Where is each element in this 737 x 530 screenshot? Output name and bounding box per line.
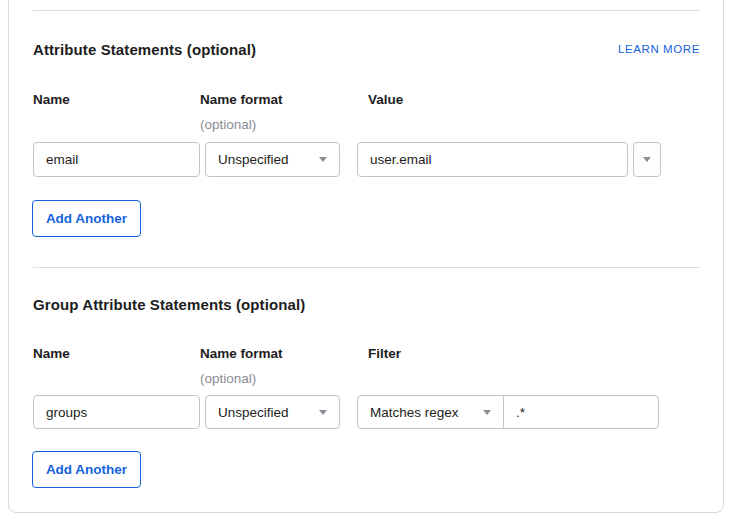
attr-name-format-selected-value: Unspecified: [218, 152, 289, 167]
group-filter-column-header: Filter: [368, 346, 401, 361]
attr-value-input[interactable]: [357, 142, 628, 177]
group-filter-type-select[interactable]: Matches regex: [357, 395, 504, 429]
chevron-down-icon: [643, 157, 651, 162]
attr-name-format-optional-hint: (optional): [200, 117, 256, 132]
group-add-another-button[interactable]: Add Another: [32, 451, 141, 488]
group-filter-value-input[interactable]: [503, 395, 659, 429]
chevron-down-icon: [319, 157, 327, 162]
attr-add-another-button[interactable]: Add Another: [32, 200, 141, 237]
group-name-column-header: Name: [33, 346, 70, 361]
attr-name-format-column-header: Name format: [200, 92, 283, 107]
group-name-format-select[interactable]: Unspecified: [205, 395, 340, 429]
group-filter-type-selected-value: Matches regex: [370, 405, 459, 420]
chevron-down-icon: [483, 410, 491, 415]
attr-value-dropdown-button[interactable]: [633, 142, 661, 177]
attr-name-column-header: Name: [33, 92, 70, 107]
saml-settings-page: Attribute Statements (optional) LEARN MO…: [0, 0, 737, 530]
attr-name-format-select[interactable]: Unspecified: [205, 142, 340, 177]
attribute-statements-title: Attribute Statements (optional): [33, 41, 256, 58]
section-divider: [33, 267, 700, 268]
group-name-format-optional-hint: (optional): [200, 371, 256, 386]
settings-card: [8, 0, 724, 513]
section-divider: [33, 10, 700, 11]
group-name-format-column-header: Name format: [200, 346, 283, 361]
attr-name-input[interactable]: [33, 142, 200, 177]
chevron-down-icon: [319, 410, 327, 415]
attr-value-column-header: Value: [368, 92, 403, 107]
group-attribute-statements-title: Group Attribute Statements (optional): [33, 296, 305, 313]
learn-more-link[interactable]: LEARN MORE: [618, 43, 700, 55]
group-name-format-selected-value: Unspecified: [218, 405, 289, 420]
group-name-input[interactable]: [33, 395, 200, 429]
